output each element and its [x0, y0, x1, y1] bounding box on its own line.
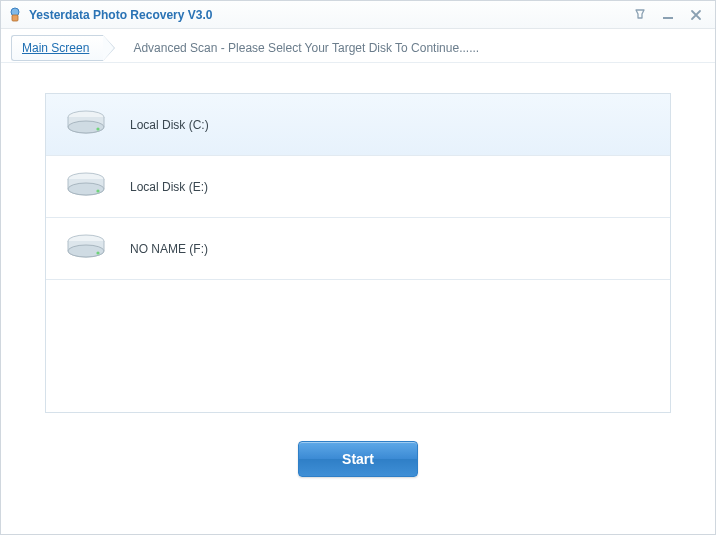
svg-point-7 — [68, 183, 104, 195]
start-button[interactable]: Start — [298, 441, 418, 477]
disk-list: Local Disk (C:) Local Disk (E:) — [45, 93, 671, 413]
disk-list-empty-area — [46, 280, 670, 412]
window-controls — [631, 7, 709, 23]
main-content: Local Disk (C:) Local Disk (E:) — [1, 63, 715, 534]
breadcrumb: Main Screen Advanced Scan - Please Selec… — [1, 29, 715, 63]
breadcrumb-step-label: Advanced Scan - Please Select Your Targe… — [133, 41, 479, 55]
hard-drive-icon — [64, 231, 108, 267]
svg-point-8 — [96, 189, 99, 192]
disk-label: Local Disk (C:) — [130, 118, 209, 132]
breadcrumb-main-screen[interactable]: Main Screen — [11, 35, 103, 61]
disk-row[interactable]: Local Disk (C:) — [46, 94, 670, 156]
svg-point-5 — [96, 127, 99, 130]
svg-rect-2 — [663, 17, 673, 19]
app-title: Yesterdata Photo Recovery V3.0 — [29, 8, 631, 22]
disk-label: NO NAME (F:) — [130, 242, 208, 256]
close-button[interactable] — [687, 7, 705, 23]
app-icon — [7, 7, 23, 23]
disk-row[interactable]: NO NAME (F:) — [46, 218, 670, 280]
breadcrumb-arrow-icon — [103, 35, 117, 61]
disk-row[interactable]: Local Disk (E:) — [46, 156, 670, 218]
action-row: Start — [45, 441, 671, 477]
minimize-button[interactable] — [659, 7, 677, 23]
breadcrumb-main-label: Main Screen — [22, 41, 89, 55]
titlebar: Yesterdata Photo Recovery V3.0 — [1, 1, 715, 29]
svg-rect-1 — [12, 15, 18, 21]
app-window: Yesterdata Photo Recovery V3.0 Main Scre… — [0, 0, 716, 535]
svg-point-4 — [68, 121, 104, 133]
svg-point-10 — [68, 245, 104, 257]
pin-button[interactable] — [631, 7, 649, 23]
disk-label: Local Disk (E:) — [130, 180, 208, 194]
svg-point-11 — [96, 251, 99, 254]
hard-drive-icon — [64, 169, 108, 205]
hard-drive-icon — [64, 107, 108, 143]
